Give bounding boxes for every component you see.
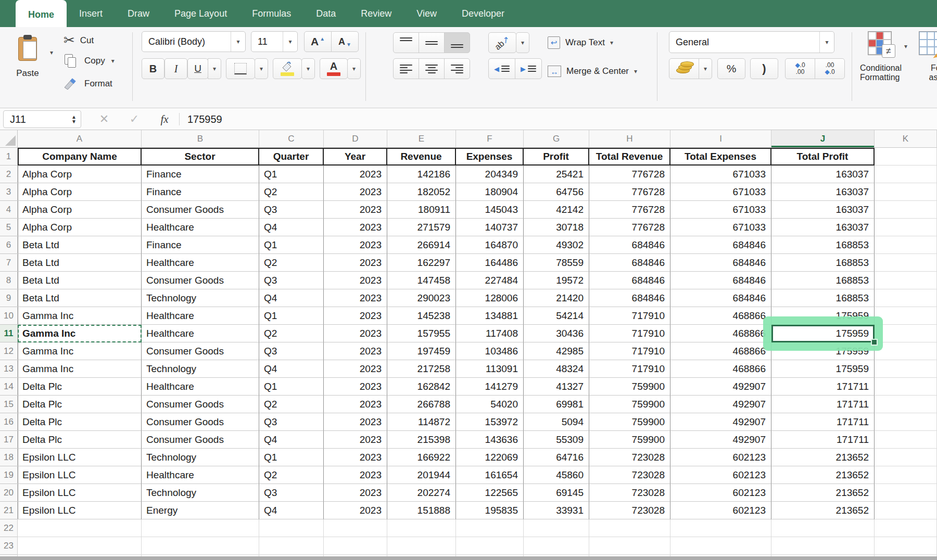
fill-color-button[interactable] xyxy=(273,58,302,79)
cell-F6[interactable]: 164870 xyxy=(456,236,524,254)
cell-C5[interactable]: Q4 xyxy=(259,219,324,236)
cell-G13[interactable]: 48324 xyxy=(524,360,589,378)
cell-H5[interactable]: 776728 xyxy=(589,219,670,236)
cell-B17[interactable]: Consumer Goods xyxy=(142,431,259,449)
wrap-text-dropdown-arrow[interactable]: ▾ xyxy=(610,39,613,46)
column-header-A[interactable]: A xyxy=(18,130,142,148)
cell-I21[interactable]: 602123 xyxy=(670,502,771,519)
cell-B11[interactable]: Healthcare xyxy=(142,325,259,342)
column-header-C[interactable]: C xyxy=(259,130,324,148)
cell-K18[interactable] xyxy=(875,449,937,466)
row-header-7[interactable]: 7 xyxy=(0,254,18,272)
cell-E19[interactable]: 201944 xyxy=(387,466,456,484)
align-center-button[interactable] xyxy=(419,58,445,79)
cell-E10[interactable]: 145238 xyxy=(387,307,456,325)
cell-K8[interactable] xyxy=(875,272,937,289)
cell-H2[interactable]: 776728 xyxy=(589,166,670,183)
cell-F17[interactable]: 143636 xyxy=(456,431,524,449)
cell-H10[interactable]: 717910 xyxy=(589,307,670,325)
cell-K6[interactable] xyxy=(875,236,937,254)
merge-center-button[interactable]: ↔ Merge & Center ▾ xyxy=(548,66,637,77)
bold-button[interactable]: B xyxy=(142,58,164,79)
align-right-button[interactable] xyxy=(444,58,470,79)
increase-indent-button[interactable]: ▶ xyxy=(515,58,542,79)
cell-H7[interactable]: 684846 xyxy=(589,254,670,272)
cell-G3[interactable]: 64756 xyxy=(524,183,589,201)
cell-D8[interactable]: 2023 xyxy=(324,272,387,289)
cell-C3[interactable]: Q2 xyxy=(259,183,324,201)
cell-I8[interactable]: 684846 xyxy=(670,272,771,289)
cell-A10[interactable]: Gamma Inc xyxy=(18,307,142,325)
cell-I17[interactable]: 492907 xyxy=(670,431,771,449)
cell-D15[interactable]: 2023 xyxy=(324,396,387,413)
font-family-dropdown-arrow[interactable]: ▾ xyxy=(231,32,245,52)
decrease-decimal-button[interactable]: ◆.0 .00 xyxy=(785,58,815,79)
cell-D4[interactable]: 2023 xyxy=(324,201,387,219)
underline-button[interactable]: U xyxy=(187,58,208,79)
cell-D18[interactable]: 2023 xyxy=(324,449,387,466)
cell-A22[interactable] xyxy=(18,519,142,537)
tab-formulas[interactable]: Formulas xyxy=(239,0,303,27)
cell-I20[interactable]: 602123 xyxy=(670,484,771,502)
cell-B6[interactable]: Finance xyxy=(142,236,259,254)
cell-F16[interactable]: 153972 xyxy=(456,413,524,431)
cell-F3[interactable]: 180904 xyxy=(456,183,524,201)
cell-C21[interactable]: Q4 xyxy=(259,502,324,519)
cell-B19[interactable]: Healthcare xyxy=(142,466,259,484)
cell-K21[interactable] xyxy=(875,502,937,519)
cell-D13[interactable]: 2023 xyxy=(324,360,387,378)
cell-F14[interactable]: 141279 xyxy=(456,378,524,396)
cell-H20[interactable]: 723028 xyxy=(589,484,670,502)
cell-H9[interactable]: 684846 xyxy=(589,289,670,307)
cell-H15[interactable]: 759900 xyxy=(589,396,670,413)
cell-K19[interactable] xyxy=(875,466,937,484)
align-top-button[interactable] xyxy=(393,32,419,53)
cell-F7[interactable]: 164486 xyxy=(456,254,524,272)
cell-D2[interactable]: 2023 xyxy=(324,166,387,183)
cell-K20[interactable] xyxy=(875,484,937,502)
cell-F8[interactable]: 227484 xyxy=(456,272,524,289)
tab-page-layout[interactable]: Page Layout xyxy=(162,0,239,27)
cell-A2[interactable]: Alpha Corp xyxy=(18,166,142,183)
format-as-table-button[interactable]: For as T xyxy=(919,31,937,82)
cell-G23[interactable] xyxy=(524,537,589,555)
cell-G10[interactable]: 54214 xyxy=(524,307,589,325)
cell-E16[interactable]: 114872 xyxy=(387,413,456,431)
column-header-F[interactable]: F xyxy=(456,130,524,148)
row-header-11[interactable]: 11 xyxy=(0,325,18,342)
cell-G14[interactable]: 41327 xyxy=(524,378,589,396)
conditional-formatting-dropdown-arrow[interactable]: ▾ xyxy=(904,43,907,50)
cell-E11[interactable]: 157955 xyxy=(387,325,456,342)
merge-center-dropdown-arrow[interactable]: ▾ xyxy=(634,68,637,75)
cell-E2[interactable]: 142186 xyxy=(387,166,456,183)
formula-bar-value[interactable]: 175959 xyxy=(187,108,222,130)
cell-D10[interactable]: 2023 xyxy=(324,307,387,325)
cell-I5[interactable]: 671033 xyxy=(670,219,771,236)
cell-A9[interactable]: Beta Ltd xyxy=(18,289,142,307)
cell-A17[interactable]: Delta Plc xyxy=(18,431,142,449)
cell-K10[interactable] xyxy=(875,307,937,325)
align-left-button[interactable] xyxy=(393,58,419,79)
row-header-8[interactable]: 8 xyxy=(0,272,18,289)
cell-B23[interactable] xyxy=(142,537,259,555)
cell-B7[interactable]: Healthcare xyxy=(142,254,259,272)
cell-D12[interactable]: 2023 xyxy=(324,342,387,360)
cell-G5[interactable]: 30718 xyxy=(524,219,589,236)
cell-E3[interactable]: 182052 xyxy=(387,183,456,201)
cell-I14[interactable]: 492907 xyxy=(670,378,771,396)
cell-C9[interactable]: Q4 xyxy=(259,289,324,307)
cell-D11[interactable]: 2023 xyxy=(324,325,387,342)
cell-D21[interactable]: 2023 xyxy=(324,502,387,519)
italic-button[interactable]: I xyxy=(164,58,187,79)
cell-J7[interactable]: 168853 xyxy=(771,254,875,272)
cell-G6[interactable]: 49302 xyxy=(524,236,589,254)
cell-H13[interactable]: 717910 xyxy=(589,360,670,378)
cell-H16[interactable]: 759900 xyxy=(589,413,670,431)
cell-C14[interactable]: Q1 xyxy=(259,378,324,396)
row-header-2[interactable]: 2 xyxy=(0,166,18,183)
font-size-combo[interactable]: 11 ▾ xyxy=(251,31,298,52)
cell-I11[interactable]: 468866 xyxy=(670,325,771,342)
column-header-B[interactable]: B xyxy=(142,130,259,148)
cell-C23[interactable] xyxy=(259,537,324,555)
row-header-9[interactable]: 9 xyxy=(0,289,18,307)
